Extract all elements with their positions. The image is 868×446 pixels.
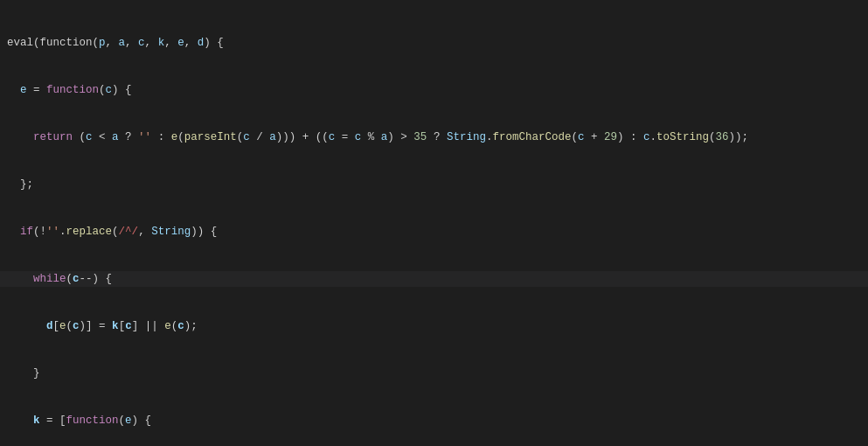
line-3: return (c < a ? '' : e(parseInt(c / a)))…: [0, 129, 868, 145]
line-content-9: k = [function(e) {: [7, 413, 861, 429]
line-content-4: };: [7, 177, 861, 192]
line-1: eval(function(p, a, c, k, e, d) {: [0, 35, 868, 51]
line-4: };: [0, 177, 868, 192]
line-content-2: e = function(c) {: [7, 82, 861, 98]
line-content-5: if(!''.replace(/^/, String)) {: [7, 224, 861, 240]
line-content-6: while(c--) {: [7, 271, 861, 287]
line-8: }: [0, 366, 868, 381]
line-content-1: eval(function(p, a, c, k, e, d) {: [7, 35, 861, 51]
line-9: k = [function(e) {: [0, 413, 868, 429]
line-content-3: return (c < a ? '' : e(parseInt(c / a)))…: [7, 129, 861, 145]
line-6: while(c--) {: [0, 271, 868, 287]
line-2: e = function(c) {: [0, 82, 868, 98]
line-content-8: }: [7, 366, 861, 381]
code-editor: eval(function(p, a, c, k, e, d) { e = fu…: [0, 0, 868, 446]
line-7: d[e(c)] = k[c] || e(c);: [0, 318, 868, 334]
line-5: if(!''.replace(/^/, String)) {: [0, 224, 868, 240]
line-content-7: d[e(c)] = k[c] || e(c);: [7, 318, 861, 334]
